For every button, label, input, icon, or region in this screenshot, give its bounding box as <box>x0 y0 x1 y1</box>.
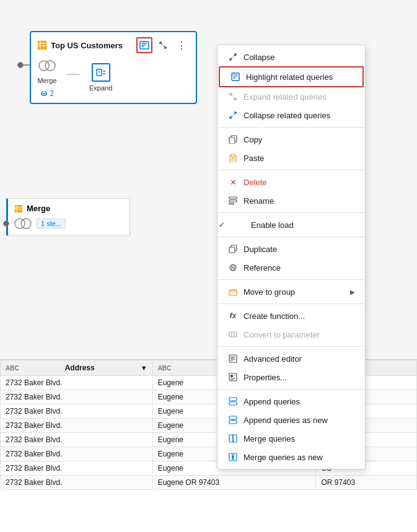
address-cell: 2732 Baker Blvd. <box>1 476 153 490</box>
divider-8 <box>217 389 365 390</box>
convert-param-label: Convert to parameter <box>244 330 320 339</box>
merge-queries-icon <box>227 433 239 444</box>
menu-item-advanced-editor[interactable]: Advanced editor <box>217 349 365 368</box>
menu-item-enable-load[interactable]: ✓ Enable load <box>217 216 365 234</box>
expand-step: Expand <box>89 63 112 92</box>
divider-2 <box>217 170 365 170</box>
address-column-header[interactable]: ABC Address ▼ <box>1 360 153 376</box>
menu-item-properties[interactable]: Properties... <box>217 368 365 386</box>
menu-item-copy[interactable]: Copy <box>217 130 365 149</box>
svg-rect-26 <box>229 137 235 144</box>
svg-rect-60 <box>229 435 233 442</box>
rename-label: Rename <box>244 196 274 206</box>
append-queries-svg <box>229 397 237 406</box>
card-title-row: Top US Customers <box>37 37 190 53</box>
menu-item-expand-related: Expand related queries <box>217 87 365 106</box>
merge-queries-new-icon <box>227 451 239 463</box>
divider-5 <box>217 279 365 280</box>
menu-item-reference[interactable]: Reference <box>217 258 365 277</box>
paste-svg <box>229 154 237 162</box>
card-body: Merge 2 <box>37 57 190 98</box>
menu-item-duplicate[interactable]: Duplicate <box>217 240 365 258</box>
svg-rect-32 <box>229 197 237 199</box>
rename-icon <box>227 195 239 206</box>
svg-rect-50 <box>230 375 233 377</box>
menu-item-delete[interactable]: ✕ Delete <box>217 173 365 191</box>
collapse-button[interactable] <box>155 37 171 53</box>
collapse-related-icon <box>227 110 239 121</box>
menu-item-create-function[interactable]: fx Create function... <box>217 307 365 325</box>
collapse-menu-icon <box>227 51 239 63</box>
more-options-button[interactable]: ⋮ <box>173 37 190 53</box>
canvas-area: Top US Customers <box>0 0 417 359</box>
advanced-editor-svg <box>229 354 237 363</box>
enable-load-label: Enable load <box>251 220 294 230</box>
merge-card-title-text: Merge <box>27 204 50 213</box>
divider-4 <box>217 237 365 237</box>
svg-rect-58 <box>229 421 237 424</box>
expand-related-label: Expand related queries <box>244 92 327 102</box>
create-function-icon: fx <box>227 310 239 321</box>
merge-label: Merge <box>37 77 56 84</box>
address-cell: 2732 Baker Blvd. <box>1 419 153 433</box>
menu-item-collapse-related[interactable]: Collapse related queries <box>217 106 365 124</box>
merge-icon-container <box>37 57 57 74</box>
city-cell: Eugene OR 97403 <box>152 476 316 490</box>
address-filter-icon[interactable]: ▼ <box>141 364 147 372</box>
expand-label: Expand <box>89 84 112 92</box>
menu-item-rename[interactable]: Rename <box>217 191 365 210</box>
expand-related-icon <box>227 91 239 102</box>
svg-rect-41 <box>229 332 237 337</box>
top-us-customers-card: Top US Customers <box>30 31 197 104</box>
merge-icon <box>38 59 56 72</box>
paste-icon <box>227 152 239 164</box>
append-queries-new-svg <box>229 416 237 424</box>
step-connector <box>67 74 79 75</box>
collapse-menu-label: Collapse <box>244 53 275 62</box>
card-actions[interactable]: ⋮ <box>136 37 190 53</box>
highlight-icon <box>139 40 149 50</box>
paste-label: Paste <box>244 154 264 163</box>
address-cell: 2732 Baker Blvd. <box>1 376 153 390</box>
menu-item-highlight[interactable]: Highlight related queries <box>219 66 364 87</box>
advanced-editor-icon <box>227 353 239 364</box>
svg-rect-0 <box>38 41 46 50</box>
collapse-related-label: Collapse related queries <box>244 111 330 120</box>
delete-label: Delete <box>244 178 267 187</box>
address-type-icon: ABC <box>6 365 19 372</box>
link-icon <box>40 90 48 97</box>
check-icon: ✓ <box>219 220 225 229</box>
move-to-group-icon <box>227 286 239 297</box>
svg-rect-34 <box>229 203 234 204</box>
divider-6 <box>217 303 365 304</box>
menu-item-merge-queries-new[interactable]: Merge queries as new <box>217 448 365 466</box>
svg-point-9 <box>45 61 55 71</box>
append-queries-label: Append queries <box>244 397 300 406</box>
svg-rect-16 <box>15 204 22 212</box>
expand-related-svg <box>229 92 237 101</box>
address-cell: 2732 Baker Blvd. <box>1 433 153 447</box>
svg-rect-55 <box>229 402 237 405</box>
merge-queries-new-svg <box>229 453 237 461</box>
submenu-arrow: ▶ <box>350 289 355 295</box>
append-queries-icon <box>227 396 239 407</box>
menu-item-paste[interactable]: Paste <box>217 149 365 167</box>
link-count: 2 <box>40 89 54 98</box>
menu-item-collapse[interactable]: Collapse <box>217 48 365 66</box>
menu-item-append-queries-new[interactable]: Append queries as new <box>217 411 365 429</box>
link-count-value: 2 <box>50 89 54 98</box>
menu-item-merge-queries[interactable]: Merge queries <box>217 429 365 448</box>
merge-queries-label: Merge queries <box>244 434 295 443</box>
highlight-related-button[interactable] <box>136 37 152 53</box>
merge-step: Merge 2 <box>37 57 57 98</box>
collapse-related-svg <box>229 111 237 120</box>
properties-icon <box>227 372 239 383</box>
address-cell: 2732 Baker Blvd. <box>1 447 153 461</box>
svg-rect-57 <box>229 416 237 419</box>
menu-item-append-queries[interactable]: Append queries <box>217 392 365 411</box>
expand-icon-container <box>92 63 110 82</box>
address-header-label: Address <box>65 364 95 372</box>
advanced-editor-label: Advanced editor <box>244 354 302 364</box>
copy-svg <box>229 135 237 144</box>
menu-item-move-to-group[interactable]: Move to group ▶ <box>217 282 365 301</box>
